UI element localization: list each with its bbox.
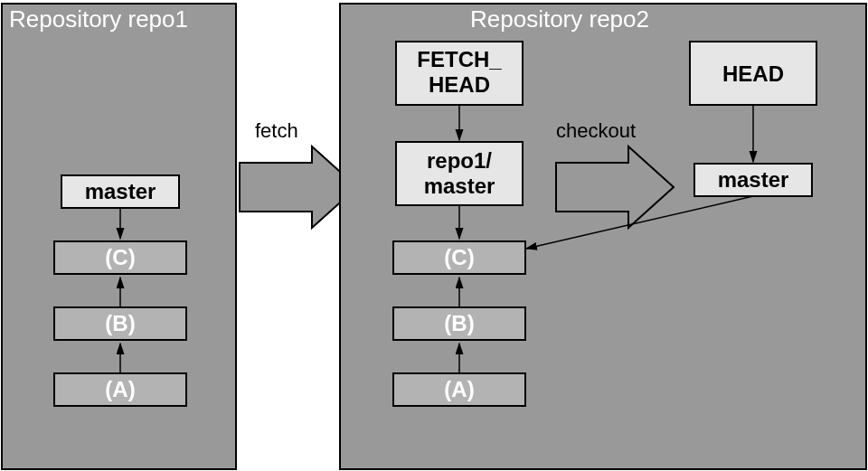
repo2-remote-master-l2: master <box>424 174 495 198</box>
repo2-head-label: HEAD <box>722 61 784 86</box>
repo1-ref-master-label: master <box>85 179 156 203</box>
repo2-title: Repository repo2 <box>470 5 649 33</box>
repo2-fetch-head-l1: FETCH_ <box>417 47 502 71</box>
repo2-ref-master-label: master <box>718 167 789 192</box>
repo2-commit-c-label: (C) <box>444 245 474 269</box>
checkout-label: checkout <box>556 119 636 142</box>
repo2-fetch-head-l2: HEAD <box>429 72 490 97</box>
repo1-commit-a-label: (A) <box>105 377 135 401</box>
repo2-commit-b-label: (B) <box>444 311 474 335</box>
repo1-title: Repository repo1 <box>9 5 188 33</box>
repo1-commit-c-label: (C) <box>105 245 135 269</box>
repo2-commit-a-label: (A) <box>444 377 474 401</box>
repo2-remote-master-l1: repo1/ <box>427 148 492 173</box>
fetch-label: fetch <box>255 119 298 142</box>
repo1-commit-b-label: (B) <box>105 311 135 335</box>
